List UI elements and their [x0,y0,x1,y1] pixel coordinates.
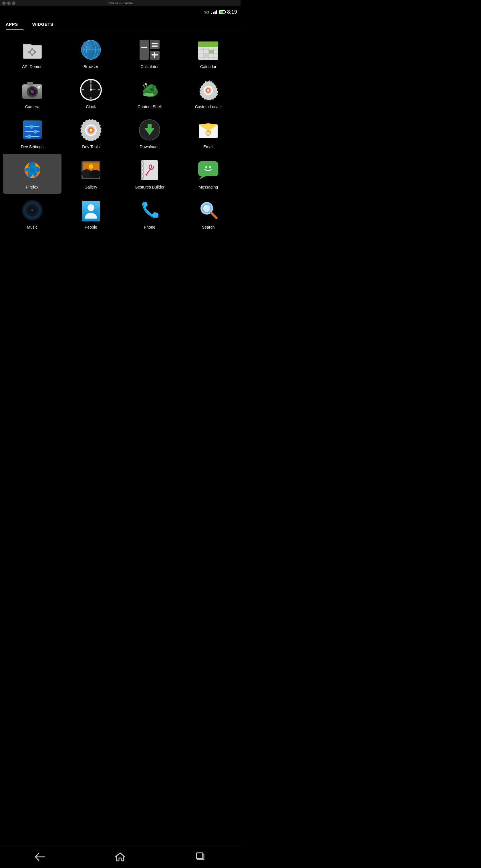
app-gallery[interactable]: Gallery [62,154,120,194]
app-calendar[interactable]: Calendar [179,33,238,73]
content-shell-icon [138,79,161,101]
svg-point-45 [37,86,40,89]
maximize-btn[interactable] [12,1,15,5]
clock-icon [79,79,102,101]
messaging-icon [197,159,220,182]
tab-apps[interactable]: APPS [6,18,24,30]
app-clock[interactable]: Clock [62,73,120,113]
svg-point-108 [146,174,147,176]
network-type: 3G [204,10,209,14]
app-firefox[interactable]: Firefox [3,154,62,194]
svg-rect-126 [94,213,98,214]
svg-point-101 [89,164,93,169]
minimize-btn[interactable] [7,1,10,5]
signal-bar-2 [213,12,214,14]
svg-rect-33 [209,50,214,54]
app-downloads[interactable]: Downloads [120,113,179,153]
svg-point-94 [29,167,35,173]
svg-point-112 [205,166,207,168]
svg-rect-38 [27,82,33,86]
svg-rect-19 [141,46,147,48]
app-music[interactable]: Music [3,194,62,234]
gallery-label: Gallery [85,185,97,190]
app-search[interactable]: Search [179,194,238,234]
svg-point-113 [209,166,211,168]
svg-point-77 [33,130,37,134]
custom-locale-icon [197,79,220,101]
app-custom-locale[interactable]: Custom Locale [179,73,238,113]
battery-fill [220,11,224,13]
svg-point-107 [141,175,143,177]
app-gestures-builder[interactable]: Gestures Builder [120,154,179,194]
svg-rect-5 [31,48,33,50]
signal-bar-3 [215,11,216,14]
app-messaging[interactable]: Messaging [179,154,238,194]
svg-rect-22 [152,43,158,44]
svg-rect-87 [148,124,152,129]
svg-point-120 [31,209,33,211]
content-shell-label: Content Shell [137,104,162,109]
app-dev-settings[interactable]: Dev Settings [3,113,62,153]
signal-bar-1 [211,13,212,14]
app-api-demos[interactable]: API Demos [3,33,62,73]
svg-point-15 [81,40,101,60]
calculator-label: Calculator [141,64,159,69]
svg-line-133 [211,213,217,218]
svg-point-75 [29,125,33,129]
app-browser[interactable]: Browser [62,33,120,73]
window-controls [2,1,15,5]
phone-label: Phone [144,224,155,230]
calculator-icon [138,38,161,61]
svg-rect-125 [94,211,98,212]
svg-point-106 [141,171,143,174]
svg-point-4 [31,50,34,54]
app-content-shell[interactable]: Content Shell [120,73,179,113]
title-bar: 5554:N5-Emulator [0,0,241,6]
calendar-icon [197,38,220,61]
svg-point-83 [90,129,92,132]
svg-point-79 [27,134,31,138]
search-label: Search [202,224,215,230]
close-btn[interactable] [2,1,6,5]
camera-label: Camera [25,104,39,109]
music-icon [21,199,44,222]
svg-point-123 [88,204,94,211]
tabs-bar: APPS WIDGETS [0,18,241,30]
svg-rect-124 [94,210,99,210]
custom-locale-label: Custom Locale [195,104,222,109]
api-demos-icon [21,38,44,61]
app-people[interactable]: People [62,194,120,234]
firefox-icon [21,159,44,182]
signal-bars [211,10,217,14]
window-title: 5554:N5-Emulator [107,1,133,5]
svg-point-100 [90,170,101,178]
api-demos-label: API Demos [22,64,42,69]
browser-icon [79,38,102,61]
clock-label: Clock [86,104,96,109]
svg-point-111 [203,164,213,174]
firefox-label: Firefox [26,185,38,190]
svg-point-46 [31,90,34,94]
svg-point-66 [146,84,147,85]
tab-widgets[interactable]: WIDGETS [32,18,59,30]
svg-point-60 [150,88,153,91]
gestures-builder-label: Gestures Builder [135,185,164,190]
dev-tools-icon [79,119,102,141]
app-dev-tools[interactable]: Dev Tools [62,113,120,153]
svg-rect-16 [139,40,149,60]
app-phone[interactable]: Phone [120,194,179,234]
email-label: Email [203,144,213,149]
status-bar: 3G 8:19 [0,6,241,18]
status-time: 8:19 [227,9,237,15]
app-email[interactable]: @ Email [179,113,238,153]
app-calculator[interactable]: Calculator [120,33,179,73]
gallery-icon [79,159,102,182]
svg-point-104 [141,163,143,165]
app-camera[interactable]: Camera [3,73,62,113]
svg-point-57 [90,89,92,91]
messaging-label: Messaging [199,185,218,190]
camera-icon [21,79,44,101]
svg-rect-23 [152,45,158,46]
people-icon [79,199,102,222]
svg-point-67 [143,93,154,96]
